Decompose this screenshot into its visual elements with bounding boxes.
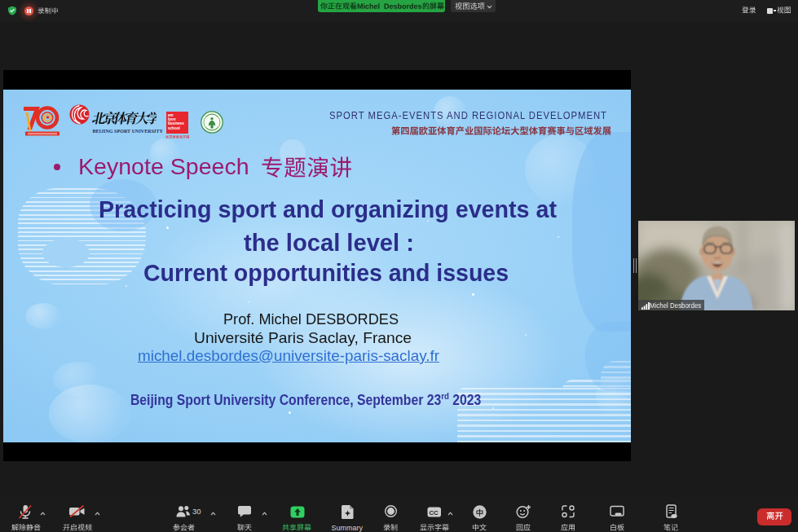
svg-text:CC: CC [429,509,438,517]
